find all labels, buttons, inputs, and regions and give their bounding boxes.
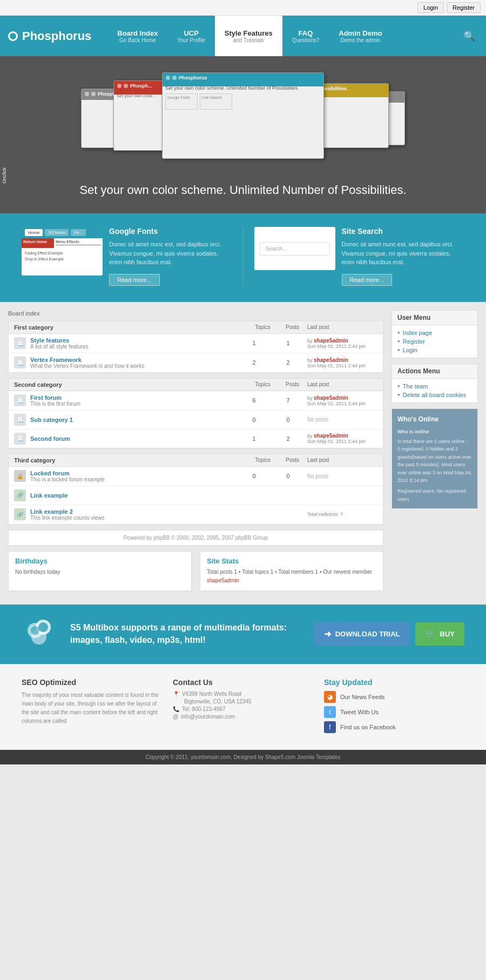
email-icon: @ [173, 714, 178, 720]
bullet-index: ● [397, 330, 400, 335]
cat-header-second: Second category Topics Posts Last post [9, 379, 383, 391]
onclick-tab[interactable]: Onclick [0, 164, 9, 187]
actions-menu-widget: Actions Menu ● The team ● Delete all boa… [392, 364, 478, 403]
hero-screenshots: Phosphorus Phosph... Set your own color.… [81, 67, 405, 175]
footer-city: Bigtonwille, CO, USA 12345 [173, 699, 313, 704]
footer-tel: 📞 Tel: 800-123-4567 [173, 706, 313, 712]
google-fonts-preview: Home S5 Menu Fe... Return Home Menu Effe… [22, 227, 103, 286]
newest-member-link[interactable]: shape5admin [207, 578, 239, 583]
forum-row-link: 🔗 Link example [9, 486, 383, 505]
bullet-login: ● [397, 347, 400, 352]
forum-row-style-features: 📃 Style features A list of all style fea… [9, 334, 383, 353]
rss-icon: ◕ [324, 691, 336, 703]
logo-circle-icon [8, 31, 18, 41]
google-fonts-title: Google Fonts [109, 227, 232, 236]
forum-icon-link: 🔗 [14, 489, 26, 501]
social-rss[interactable]: ◕ Our News Feeds [324, 691, 464, 703]
multibox-icon [22, 615, 59, 653]
forum-info-second: Second forum [30, 435, 235, 442]
user-menu-widget: User Menu ● Index page ● Register ● Logi… [392, 310, 478, 358]
category-first: First category Topics Posts Last post 📃 … [8, 321, 383, 373]
tel-icon: 📞 [173, 706, 179, 712]
site-search-read-more[interactable]: Read more... [342, 274, 393, 286]
footer-seo-text: The majority of your most valuable conte… [22, 691, 162, 726]
forum-row-locked: 🔒 Locked forum This is a locked forum ex… [9, 467, 383, 486]
sidebar-item-cookies[interactable]: ● Delete all board cookies [397, 391, 472, 399]
main-nav: Board Index Go Back Home UCP Your Profil… [107, 16, 392, 56]
site-search-preview: Search... [254, 227, 335, 286]
cat-header-third: Third category Topics Posts Last post [9, 454, 383, 467]
twitter-icon: t [324, 706, 336, 718]
feature-google-fonts: Home S5 Menu Fe... Return Home Menu Effe… [22, 227, 232, 286]
footer-seo-title: SEO Optimized [22, 678, 162, 687]
actions-menu-title: Actions Menu [392, 364, 477, 379]
fp-menu-fading: Fading Effect Example [25, 250, 99, 256]
facebook-icon: f [324, 721, 336, 733]
hero-tagline: Set your own color scheme. Unlimited Num… [79, 183, 406, 197]
forum-icon-vertex: 📃 [14, 357, 26, 368]
nav-faq[interactable]: FAQ Questions? [282, 16, 329, 56]
forum-info-style: Style features A list of all style featu… [30, 337, 235, 350]
birthdays-block: Birthdays No birthdays today [8, 551, 192, 591]
register-button[interactable]: Register [447, 2, 481, 13]
sidebar-item-login[interactable]: ● Login [397, 346, 472, 354]
social-facebook[interactable]: f Find us on Facebook [324, 721, 464, 733]
social-twitter[interactable]: t Tweet With Us [324, 706, 464, 718]
whos-online-widget: Who's Online Who is online In total ther… [392, 408, 478, 509]
sitestats-title: Site Stats [207, 557, 376, 565]
nav-style-features[interactable]: Style Features and Tutorials [215, 16, 282, 56]
sidebar-item-index[interactable]: ● Index page [397, 328, 472, 337]
category-second: Second category Topics Posts Last post 📃… [8, 378, 383, 448]
whos-online-content: Who's Online Who is online In total ther… [392, 409, 477, 509]
nav-ucp[interactable]: UCP Your Profile [167, 16, 214, 56]
sidebar-section: User Menu ● Index page ● Register ● Logi… [392, 310, 478, 596]
footer-address: 📍 V6399 North Wells Road [173, 691, 313, 697]
forum-lastpost-first: by shape5admin Sun May 01, 2011 2:44 pm [307, 395, 377, 406]
forum-icon-locked: 🔒 [14, 470, 26, 482]
footer-contact: Contact Us 📍 V6399 North Wells Road Bigt… [173, 678, 313, 736]
forum-info-vertex: Vertex Framework What the Vertex Framewo… [30, 357, 235, 369]
search-preview-box: Search... [260, 242, 330, 256]
google-fonts-desc: Donec sit amet nunc est, sed dapibus orc… [109, 240, 232, 267]
forum-info-sub: Sub category 1 [30, 417, 235, 423]
logo[interactable]: Phosphorus [8, 29, 91, 43]
forum-icon-sub: 📃 [14, 414, 26, 426]
birthdays-content: No birthdays today [15, 568, 185, 576]
forum-info-link2: Link example 2 This link example counts … [30, 508, 235, 521]
birthdays-title: Birthdays [15, 557, 185, 565]
bullet-cookies: ● [397, 392, 400, 397]
forum-info-locked: Locked forum This is a locked forum exam… [30, 470, 235, 482]
search-icon[interactable]: 🔍 [461, 28, 478, 45]
footer-seo: SEO Optimized The majority of your most … [22, 678, 162, 736]
forum-icon-normal: 📃 [14, 337, 26, 349]
powered-by: Powered by phpBB © 2000, 2002, 2005, 200… [8, 530, 383, 546]
buy-button[interactable]: 🛒 BUY [415, 622, 464, 646]
login-button[interactable]: Login [417, 2, 444, 13]
forum-icon-link2: 🔗 [14, 508, 26, 520]
board-section: Board index First category Topics Posts … [8, 310, 383, 596]
forum-row-vertex: 📃 Vertex Framework What the Vertex Frame… [9, 353, 383, 372]
copyright-text: Copyright © 2011, yourdomain.com. Design… [146, 754, 341, 760]
nav-board-index[interactable]: Board Index Go Back Home [107, 16, 167, 56]
forum-row-subcategory: 📃 Sub category 1 0 0 No posts [9, 411, 383, 429]
main-content: Board index First category Topics Posts … [0, 302, 486, 605]
whos-online-subtitle: Who is online [397, 428, 472, 435]
bullet-team: ● [397, 384, 400, 388]
site-search-preview-inner: Search... [254, 227, 335, 270]
google-fonts-read-more[interactable]: Read more... [109, 274, 160, 286]
features-divider [243, 227, 244, 286]
svg-point-3 [31, 626, 39, 635]
fp-tab-fe: Fe... [71, 229, 86, 236]
footer-contact-title: Contact Us [173, 678, 313, 687]
forum-lastpost-vertex: by shape5admin Sun May 01, 2011 2:44 pm [307, 357, 377, 368]
forum-icon-second: 📃 [14, 433, 26, 445]
footer-email: @ info@yourdomain.com [173, 714, 313, 720]
nav-admin-demo[interactable]: Admin Demo Demo the admin [329, 16, 392, 56]
download-text: S5 Multibox supports a range of multimed… [70, 622, 303, 646]
sidebar-item-register[interactable]: ● Register [397, 337, 472, 346]
svg-point-4 [38, 622, 48, 632]
sidebar-item-team[interactable]: ● The team [397, 382, 472, 391]
user-menu-list: ● Index page ● Register ● Login [392, 325, 477, 358]
download-trial-button[interactable]: ➜ DOWNLOAD TRIAL [314, 622, 410, 646]
footer-social-title: Stay Updated [324, 678, 464, 687]
